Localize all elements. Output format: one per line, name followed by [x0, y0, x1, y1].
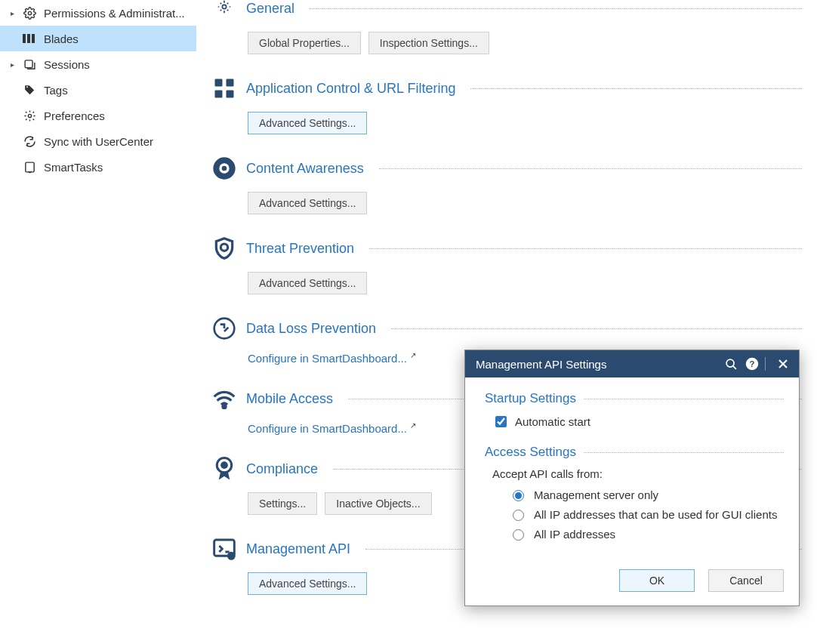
sidebar-label: Preferences: [44, 109, 105, 122]
general-icon: [211, 0, 237, 21]
section-general: General Global Properties... Inspection …: [211, 0, 802, 54]
inspection-settings-button[interactable]: Inspection Settings...: [368, 32, 489, 54]
cancel-button[interactable]: Cancel: [708, 569, 784, 592]
svg-point-5: [26, 86, 28, 88]
accept-from-label: Accept API calls from:: [492, 467, 784, 480]
shield-icon: [211, 236, 237, 261]
svg-rect-4: [25, 60, 32, 67]
sidebar-item-blades[interactable]: Blades: [0, 26, 196, 51]
svg-point-18: [223, 405, 226, 408]
chevron-right-icon: ▸: [9, 9, 15, 17]
svg-rect-9: [215, 79, 223, 87]
sidebar-item-sync[interactable]: Sync with UserCenter: [0, 128, 196, 154]
section-title: Mobile Access: [246, 391, 333, 407]
help-icon[interactable]: ?: [744, 356, 760, 372]
section-content-awareness: Content Awareness Advanced Settings...: [211, 156, 802, 214]
radio-mgmt-only[interactable]: Management server only: [509, 488, 784, 501]
smarttasks-icon: [23, 160, 36, 174]
svg-point-0: [28, 11, 31, 14]
section-title: Compliance: [246, 461, 318, 477]
sidebar-item-smarttasks[interactable]: SmartTasks: [0, 154, 196, 180]
svg-point-16: [220, 244, 227, 251]
search-icon[interactable]: [723, 356, 739, 372]
award-icon: [211, 456, 237, 482]
radio-all-ips[interactable]: All IP addresses: [509, 527, 784, 541]
sidebar-label: Sync with UserCenter: [44, 135, 153, 148]
svg-rect-7: [25, 162, 33, 172]
configure-smartdashboard-link[interactable]: Configure in SmartDashboard... ↗: [248, 352, 416, 365]
sidebar: ▸ Permissions & Administrat... Blades ▸ …: [0, 0, 196, 644]
startup-section-title: Startup Settings: [485, 391, 576, 406]
sidebar-label: Sessions: [44, 58, 90, 71]
svg-point-23: [726, 359, 734, 367]
blades-icon: [23, 32, 36, 45]
sidebar-item-tags[interactable]: Tags: [0, 77, 196, 103]
advanced-settings-button[interactable]: Advanced Settings...: [248, 192, 367, 214]
section-title: Threat Prevention: [246, 241, 354, 257]
close-icon[interactable]: [775, 356, 791, 372]
settings-button[interactable]: Settings...: [248, 492, 317, 515]
section-title: Management API: [246, 541, 350, 557]
automatic-start-checkbox[interactable]: Automatic start: [492, 414, 784, 430]
sidebar-label: Permissions & Administrat...: [44, 7, 185, 20]
external-link-icon: ↗: [410, 421, 416, 430]
eye-circle-icon: [211, 156, 237, 181]
svg-rect-12: [227, 91, 234, 98]
sidebar-item-sessions[interactable]: ▸ Sessions: [0, 51, 196, 77]
svg-point-8: [222, 5, 226, 8]
dlp-icon: [211, 316, 237, 341]
advanced-settings-button[interactable]: Advanced Settings...: [248, 272, 367, 294]
ok-button[interactable]: OK: [619, 569, 695, 592]
advanced-settings-button[interactable]: Advanced Settings...: [248, 112, 367, 134]
terminal-icon: [211, 536, 237, 562]
dialog-titlebar[interactable]: Management API Settings ?: [465, 350, 799, 377]
section-title: Data Loss Prevention: [246, 321, 376, 337]
svg-point-22: [228, 553, 234, 559]
inactive-objects-button[interactable]: Inactive Objects...: [325, 492, 431, 515]
chevron-right-icon: ▸: [9, 60, 15, 69]
sessions-icon: [23, 57, 36, 71]
sync-icon: [23, 134, 36, 148]
sidebar-item-permissions[interactable]: ▸ Permissions & Administrat...: [0, 0, 196, 26]
svg-text:?: ?: [750, 359, 755, 368]
svg-rect-2: [27, 34, 30, 43]
gear-icon: [23, 109, 36, 122]
wifi-icon: [211, 386, 237, 411]
dialog-title: Management API Settings: [476, 358, 606, 371]
svg-rect-11: [215, 91, 223, 98]
svg-point-6: [28, 114, 31, 117]
external-link-icon: ↗: [410, 351, 416, 359]
tag-icon: [23, 83, 36, 97]
management-api-settings-dialog: Management API Settings ? Startup Settin…: [464, 350, 800, 606]
svg-point-20: [220, 461, 228, 469]
global-properties-button[interactable]: Global Properties...: [248, 32, 361, 54]
svg-point-15: [222, 166, 227, 171]
gear-icon: [23, 6, 36, 20]
section-title: Application Control & URL Filtering: [246, 81, 455, 97]
section-app-control: Application Control & URL Filtering Adva…: [211, 75, 802, 134]
svg-rect-3: [32, 34, 35, 43]
section-title: General: [246, 1, 294, 17]
sidebar-label: SmartTasks: [44, 161, 103, 174]
grid-icon: [211, 75, 237, 101]
configure-smartdashboard-link[interactable]: Configure in SmartDashboard... ↗: [248, 422, 416, 435]
sidebar-label: Blades: [44, 32, 79, 45]
advanced-settings-button[interactable]: Advanced Settings...: [248, 572, 367, 595]
radio-gui-clients[interactable]: All IP addresses that can be used for GU…: [509, 507, 784, 521]
access-section-title: Access Settings: [485, 445, 576, 460]
section-title: Content Awareness: [246, 161, 364, 177]
svg-rect-10: [227, 79, 234, 87]
automatic-start-input[interactable]: [495, 416, 507, 427]
sidebar-item-preferences[interactable]: Preferences: [0, 103, 196, 128]
sidebar-label: Tags: [44, 84, 68, 97]
svg-rect-1: [23, 34, 26, 43]
section-threat-prevention: Threat Prevention Advanced Settings...: [211, 236, 802, 294]
